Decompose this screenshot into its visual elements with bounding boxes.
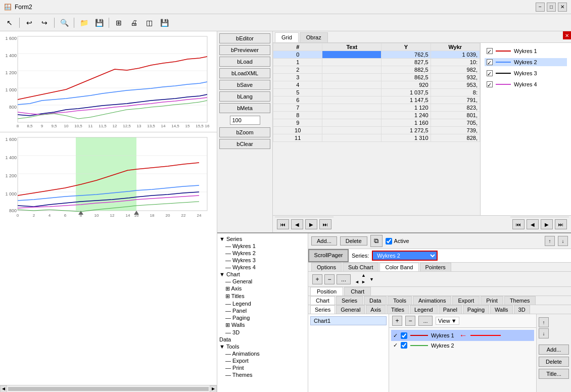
- tree-wykres1[interactable]: — Wykres 1: [219, 242, 306, 250]
- tab-pointers[interactable]: Pointers: [420, 263, 451, 271]
- tab-chart[interactable]: Chart: [344, 287, 371, 296]
- close-button[interactable]: ✕: [558, 3, 567, 12]
- series-entry-2[interactable]: ✓ Wykres 2: [391, 341, 534, 350]
- bLang-button[interactable]: bLang: [219, 91, 270, 102]
- copy-icon-button[interactable]: ⧉: [370, 235, 383, 247]
- nav-prev-left[interactable]: ◀: [291, 219, 303, 229]
- copy-button[interactable]: ◫: [142, 16, 156, 29]
- error-close-button[interactable]: ✕: [563, 31, 571, 39]
- tree-chart[interactable]: ▼ Chart: [219, 271, 306, 278]
- table-row[interactable]: 1827,510:: [273, 59, 480, 66]
- sub-tab-panel[interactable]: Panel: [439, 305, 462, 314]
- tab-position[interactable]: Position: [310, 287, 343, 296]
- remove-series-small[interactable]: −: [405, 316, 415, 326]
- more-series-button[interactable]: ...: [418, 316, 433, 326]
- tab-obraz[interactable]: Obraz: [300, 32, 328, 42]
- tree-paging[interactable]: — Paging: [219, 314, 306, 321]
- remove-band-button[interactable]: −: [324, 274, 335, 284]
- open-button[interactable]: 📁: [77, 16, 90, 29]
- print-button[interactable]: 🖨: [127, 16, 140, 29]
- save-button[interactable]: 💾: [92, 16, 106, 29]
- active-checkbox[interactable]: [386, 238, 392, 244]
- sort-down-button[interactable]: ↓: [558, 236, 568, 246]
- main-tab-export[interactable]: Export: [452, 296, 480, 305]
- sort-up-button[interactable]: ↑: [545, 236, 555, 246]
- search-button[interactable]: 🔍: [58, 16, 71, 29]
- table-row[interactable]: 71 120823,: [273, 104, 480, 112]
- tree-series[interactable]: ▼ Series: [219, 235, 306, 242]
- add-button[interactable]: Add...: [311, 236, 337, 246]
- tree-wykres3[interactable]: — Wykres 3: [219, 257, 306, 264]
- bLoadXML-button[interactable]: bLoadXML: [219, 68, 270, 78]
- tab-sub-chart[interactable]: Sub Chart: [343, 263, 379, 271]
- tree-walls[interactable]: ⊞ Walls: [219, 321, 306, 329]
- tree-tools[interactable]: ▼ Tools: [219, 343, 306, 350]
- sub-tab-titles[interactable]: Titles: [387, 305, 409, 314]
- sub-tab-legend[interactable]: Legend: [410, 305, 438, 314]
- delete-final-button[interactable]: Delete: [539, 357, 569, 367]
- main-tab-chart[interactable]: Chart: [310, 296, 335, 305]
- sub-tab-walls[interactable]: Walls: [490, 305, 512, 314]
- legend-check-2[interactable]: ✓: [487, 59, 493, 65]
- zoom-input[interactable]: [230, 116, 260, 125]
- tab-color-band[interactable]: Color Band: [379, 263, 418, 271]
- title-final-button[interactable]: Title...: [539, 369, 569, 379]
- legend-check-1[interactable]: ✓: [487, 48, 493, 54]
- tree-wykres4[interactable]: — Wykres 4: [219, 264, 306, 271]
- bLoad-button[interactable]: bLoad: [219, 57, 270, 67]
- bSave-button[interactable]: bSave: [219, 80, 270, 90]
- legend-item-1[interactable]: ✓ Wykres 1: [485, 47, 567, 55]
- nav-next-right[interactable]: ▶: [541, 219, 553, 229]
- delete-button[interactable]: Delete: [340, 236, 367, 246]
- legend-item-4[interactable]: ✓ Wykres 4: [485, 80, 567, 88]
- tree-legend[interactable]: — Legend: [219, 300, 306, 307]
- sort-down-btn[interactable]: ↓: [539, 328, 549, 338]
- chart-hscrollbar[interactable]: ◀ ▶: [0, 385, 217, 392]
- main-tab-data[interactable]: Data: [364, 296, 387, 305]
- tree-animations[interactable]: — Animations: [219, 350, 306, 357]
- sub-tab-general[interactable]: General: [336, 305, 365, 314]
- more-band-button[interactable]: ...: [337, 274, 351, 284]
- scroll-right[interactable]: ▶: [210, 385, 217, 393]
- nav-first-left[interactable]: ⏮: [277, 219, 289, 229]
- view-dropdown[interactable]: View ▼: [436, 317, 459, 325]
- tree-print[interactable]: — Print: [219, 364, 306, 371]
- table-row[interactable]: 4920953,: [273, 81, 480, 89]
- legend-item-2[interactable]: ✓ Wykres 2: [485, 58, 567, 66]
- mini-list-chart1[interactable]: Chart1: [310, 316, 387, 325]
- bPreviewer-button[interactable]: bPreviewer: [219, 45, 270, 55]
- legend-check-4[interactable]: ✓: [487, 81, 493, 87]
- entry-checkbox-1[interactable]: [401, 332, 407, 339]
- bEditor-button[interactable]: bEditor: [219, 33, 270, 43]
- sub-tab-3d[interactable]: 3D: [514, 305, 530, 314]
- tab-grid[interactable]: Grid: [275, 32, 299, 42]
- main-tab-animations[interactable]: Animations: [413, 296, 451, 305]
- table-row[interactable]: 0762,51 039,: [273, 51, 480, 59]
- active-checkbox-label[interactable]: Active: [386, 238, 409, 244]
- tree-axis[interactable]: ⊞ Axis: [219, 285, 306, 292]
- tree-export[interactable]: — Export: [219, 357, 306, 364]
- entry-checkbox-2[interactable]: [401, 342, 407, 349]
- tree-data[interactable]: Data: [219, 336, 306, 343]
- table-row[interactable]: 81 240801,: [273, 112, 480, 119]
- tree-tools-toggle[interactable]: ▼: [219, 344, 225, 350]
- table-row[interactable]: 101 272,5739,: [273, 127, 480, 134]
- table-row[interactable]: 2882,5982,: [273, 66, 480, 74]
- data-table-container[interactable]: # Text Y Wykr 0762,51 039,1827,510:2882,…: [273, 43, 480, 215]
- bMeta-button[interactable]: bMeta: [219, 103, 270, 113]
- nav-next-left[interactable]: ▶: [305, 219, 317, 229]
- nav-last-right[interactable]: ⏭: [555, 219, 567, 229]
- main-tab-themes[interactable]: Themes: [504, 296, 536, 305]
- save2-button[interactable]: 💾: [158, 16, 171, 29]
- sort-up-btn[interactable]: ↑: [539, 317, 549, 327]
- series-select[interactable]: Wykres 1 Wykres 2 Wykres 3 Wykres 4: [372, 251, 438, 261]
- sub-tab-series[interactable]: Series: [310, 305, 335, 314]
- grid-tool[interactable]: ⊞: [112, 16, 125, 29]
- sub-tab-axis[interactable]: Axis: [366, 305, 386, 314]
- table-row[interactable]: 111 310828,: [273, 134, 480, 142]
- main-tab-series[interactable]: Series: [336, 296, 363, 305]
- nav-first-right[interactable]: ⏮: [512, 219, 525, 229]
- main-tab-print[interactable]: Print: [481, 296, 503, 305]
- maximize-button[interactable]: □: [547, 3, 556, 12]
- minimize-button[interactable]: −: [536, 3, 545, 12]
